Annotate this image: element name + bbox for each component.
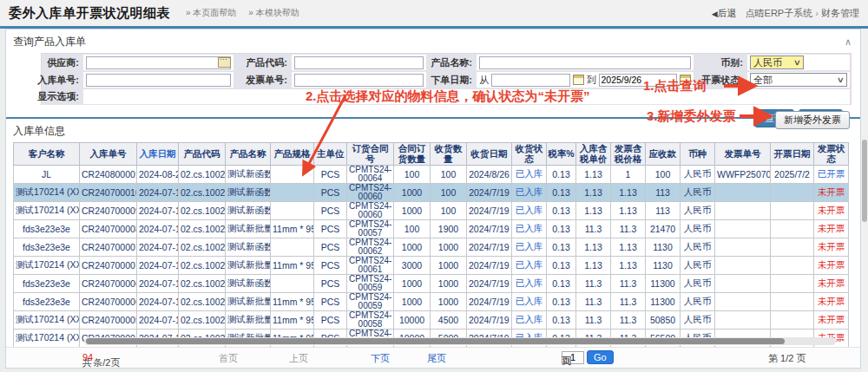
table-row[interactable]: JLCR2408000012024-08-2602.cs.100241测试新函数… — [14, 166, 849, 184]
currency-label: 币别: — [694, 54, 746, 71]
table-cell: 测试新函数成 — [226, 275, 271, 293]
table-cell: 2024/7/19 10 — [467, 220, 512, 238]
table-cell: 未开票 — [814, 238, 849, 257]
vertical-scrollbar[interactable] — [861, 29, 868, 372]
back-arrow-icon: ◀ — [712, 10, 718, 18]
table-cell: 1.13 — [576, 238, 611, 257]
table-cell: 1.13 — [576, 166, 611, 184]
table-cell: 未开票 — [814, 311, 849, 330]
product-name-input[interactable] — [479, 56, 691, 69]
back-button[interactable]: ◀后退 — [712, 7, 737, 20]
date-to-label: 到 — [587, 74, 596, 87]
table-cell: 1900 — [431, 220, 467, 238]
go-button[interactable]: Go — [587, 350, 614, 364]
table-cell: 11mm * 95m — [271, 293, 314, 311]
table-cell — [271, 275, 314, 293]
table-cell: 测试新批量领 — [226, 311, 271, 330]
table-cell: 0.13 — [547, 238, 576, 257]
supplier-lookup-icon[interactable] — [218, 57, 231, 68]
calendar-icon[interactable] — [573, 75, 584, 85]
breadcrumb: 点晴ERP子系统 › 财务管理 — [746, 7, 859, 20]
top-bar: 委外入库单开票状况明细表 » 本页面帮助 » 本模块帮助 ◀后退 点晴ERP子系… — [0, 0, 868, 26]
chevron-down-icon: ∨ — [837, 75, 845, 84]
table-cell: 02.cs.100241 — [179, 202, 226, 220]
table-cell: 已入库 — [512, 184, 547, 202]
table-cell: 1000 — [431, 238, 467, 257]
table-cell: 1000 — [431, 257, 467, 275]
first-page-link[interactable]: 首页 — [219, 352, 238, 365]
table-cell: fds3e23e3e — [14, 238, 80, 257]
column-header: 发票状态 — [814, 143, 849, 166]
table-cell: 2024/7/19 10 — [467, 293, 512, 311]
table-row[interactable]: 测试170214 (XX)CR2407000072024-07-1902.cs.… — [14, 257, 849, 275]
horizontal-scrollbar[interactable] — [84, 337, 836, 345]
vertical-scrollbar-thumb[interactable] — [862, 140, 867, 222]
table-cell: 113 — [646, 184, 681, 202]
column-header: 收货数量 — [431, 143, 467, 166]
column-header[interactable]: 入库日期 — [137, 143, 179, 166]
column-header: 产品名称 — [226, 143, 271, 166]
pagination-bar: 共94条/2页 首页 上页 下页 尾页 到 页 Go 第 1/2 页 — [6, 347, 860, 368]
table-cell: 02.cs.100241 — [179, 184, 226, 202]
receipt-no-input[interactable] — [86, 74, 231, 87]
breadcrumb-system[interactable]: 点晴ERP子系统 — [746, 8, 813, 18]
table-cell: 人民币 — [681, 220, 715, 238]
table-cell: 02.cs.100246 — [179, 220, 226, 238]
table-cell: 1000 — [431, 293, 467, 311]
date-from-input[interactable] — [491, 74, 570, 87]
table-cell: 11.3 — [576, 275, 611, 293]
table-cell: 02.cs.100246 — [179, 257, 226, 275]
table-row[interactable]: 测试170214 (XX)CR2407000102024-07-1902.cs.… — [14, 184, 849, 202]
table-cell: CPMTS24-00058 — [347, 311, 394, 330]
column-header: 客户名称 — [14, 143, 80, 166]
table-row[interactable]: fds3e23e3eCR2407000062024-07-1902.cs.100… — [14, 275, 849, 293]
table-cell: 3000 — [394, 257, 431, 275]
annotation-step1: 1.点击查询 — [643, 78, 707, 95]
table-cell: 未开票 — [814, 293, 849, 311]
table-cell: CR240700010 — [80, 184, 137, 202]
table-cell: 已开票 — [814, 166, 849, 184]
table-cell: 1000 — [394, 238, 431, 257]
collapse-icon[interactable]: ∧ — [845, 36, 852, 48]
next-page-link[interactable]: 下页 — [371, 352, 390, 365]
table-cell: 人民币 — [681, 311, 715, 330]
breadcrumb-finance[interactable]: 财务管理 — [821, 8, 859, 18]
table-row[interactable]: fds3e23e3eCR2407000082024-07-1902.cs.100… — [14, 220, 849, 238]
table-cell: 测试新批量领 — [226, 257, 271, 275]
product-code-input[interactable] — [294, 56, 424, 69]
last-page-link[interactable]: 尾页 — [427, 352, 446, 365]
table-cell: 已入库 — [512, 257, 547, 275]
table-cell: 0.13 — [547, 202, 576, 220]
table-cell: 人民币 — [681, 166, 715, 184]
table-cell: 0.13 — [547, 311, 576, 330]
table-cell: CPMTS24-00062 — [347, 238, 394, 257]
invoice-status-select[interactable]: 全部∨ — [750, 73, 847, 87]
table-row[interactable]: fds3e23e3eCR2407000062024-07-1902.cs.100… — [14, 293, 849, 311]
column-header: 币种 — [681, 143, 715, 166]
table-cell: 1.13 — [611, 257, 646, 275]
horizontal-scrollbar-thumb[interactable] — [86, 338, 785, 344]
column-header: 收货日期 — [467, 143, 512, 166]
table-cell: 2024-07-19 — [137, 257, 179, 275]
currency-select[interactable]: 人民币∨ — [750, 55, 804, 69]
table-row[interactable]: 测试170214 (XX)CR2407000092024-07-1902.cs.… — [14, 202, 849, 220]
table-row[interactable]: 测试170214 (XX)CR2407000052024-07-1902.cs.… — [14, 311, 849, 330]
table-cell: CPMTS24-00057 — [347, 220, 394, 238]
table-cell — [271, 202, 314, 220]
table-cell: CR240700007 — [80, 257, 137, 275]
table-cell: 100 — [431, 202, 467, 220]
table-cell — [715, 293, 771, 311]
table-cell: 1130 — [646, 257, 681, 275]
table-cell: 2024/7/19 10 — [467, 238, 512, 257]
add-outsource-invoice-button[interactable]: 新增委外发票 — [775, 111, 850, 129]
table-cell: 未开票 — [814, 202, 849, 220]
prev-page-link[interactable]: 上页 — [289, 352, 308, 365]
invoice-no-input[interactable] — [294, 74, 424, 87]
table-cell — [771, 202, 814, 220]
supplier-input[interactable] — [86, 56, 231, 69]
page-help-link[interactable]: » 本页面帮助 — [186, 7, 236, 19]
table-cell: 未开票 — [814, 275, 849, 293]
table-cell: 0.13 — [547, 166, 576, 184]
table-row[interactable]: fds3e23e3eCR2407000072024-07-1902.cs.100… — [14, 238, 849, 257]
module-help-link[interactable]: » 本模块帮助 — [248, 7, 299, 19]
